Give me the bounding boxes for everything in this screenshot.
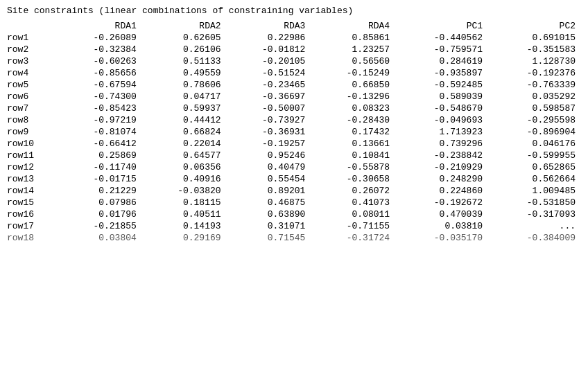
table-row: row160.017960.405110.638900.080110.47003… xyxy=(7,208,581,220)
cell-pc1: -0.238842 xyxy=(395,150,488,161)
cell-rda3: 0.31071 xyxy=(227,220,311,232)
cell-rda1: 0.03804 xyxy=(58,232,142,244)
cell-label: row13 xyxy=(7,173,58,185)
cell-pc2: 0.035292 xyxy=(488,91,581,103)
cell-pc2: -0.192376 xyxy=(488,67,581,79)
cell-rda1: -0.66412 xyxy=(58,138,142,150)
cell-rda2: 0.40916 xyxy=(142,173,227,185)
col-header-pc1: PC1 xyxy=(395,20,488,32)
cell-rda3: 0.71545 xyxy=(227,232,311,244)
cell-rda2: 0.44412 xyxy=(142,114,227,126)
table-row: row110.258690.645770.952460.10841-0.2388… xyxy=(7,150,581,161)
cell-rda4: 0.56560 xyxy=(311,55,395,67)
cell-rda2: -0.03820 xyxy=(142,185,227,197)
cell-label: row2 xyxy=(7,44,58,55)
cell-pc2: -0.317093 xyxy=(488,208,581,220)
cell-rda4: 0.26072 xyxy=(311,185,395,197)
table-row: row10-0.664120.22014-0.192570.136610.739… xyxy=(7,138,581,150)
cell-label: row15 xyxy=(7,197,58,208)
cell-pc2: ... xyxy=(488,220,581,232)
col-header-label xyxy=(7,20,58,32)
cell-rda1: -0.11740 xyxy=(58,161,142,173)
cell-rda3: 0.46875 xyxy=(227,197,311,208)
cell-label: row11 xyxy=(7,150,58,161)
cell-rda1: -0.21855 xyxy=(58,220,142,232)
cell-label: row17 xyxy=(7,220,58,232)
cell-label: row8 xyxy=(7,114,58,126)
cell-rda3: -0.01812 xyxy=(227,44,311,55)
cell-label: row14 xyxy=(7,185,58,197)
cell-rda3: -0.19257 xyxy=(227,138,311,150)
cell-rda3: -0.23465 xyxy=(227,79,311,91)
cell-pc2: 0.562664 xyxy=(488,173,581,185)
cell-rda2: 0.78606 xyxy=(142,79,227,91)
cell-rda4: -0.28430 xyxy=(311,114,395,126)
cell-rda3: 0.40479 xyxy=(227,161,311,173)
cell-rda4: -0.15249 xyxy=(311,67,395,79)
cell-label: row1 xyxy=(7,32,58,44)
cell-rda1: -0.32384 xyxy=(58,44,142,55)
cell-rda2: 0.06356 xyxy=(142,161,227,173)
cell-rda2: 0.18115 xyxy=(142,197,227,208)
cell-rda3: 0.22986 xyxy=(227,32,311,44)
cell-pc1: 0.248290 xyxy=(395,173,488,185)
cell-rda1: -0.85423 xyxy=(58,103,142,114)
cell-rda1: -0.67594 xyxy=(58,79,142,91)
cell-rda1: -0.26089 xyxy=(58,32,142,44)
cell-pc1: -0.192672 xyxy=(395,197,488,208)
table-row: row3-0.602630.51133-0.201050.565600.2846… xyxy=(7,55,581,67)
cell-rda3: 0.63890 xyxy=(227,208,311,220)
cell-rda4: -0.13296 xyxy=(311,91,395,103)
cell-rda2: 0.14193 xyxy=(142,220,227,232)
cell-rda1: -0.81074 xyxy=(58,126,142,138)
cell-rda2: 0.64577 xyxy=(142,150,227,161)
cell-rda4: -0.71155 xyxy=(311,220,395,232)
table-row: row140.21229-0.038200.892010.260720.2248… xyxy=(7,185,581,197)
cell-pc1: 0.739296 xyxy=(395,138,488,150)
cell-label: row12 xyxy=(7,161,58,173)
table-row: row17-0.218550.141930.31071-0.711550.038… xyxy=(7,220,581,232)
cell-label: row3 xyxy=(7,55,58,67)
cell-rda3: -0.20105 xyxy=(227,55,311,67)
cell-label: row4 xyxy=(7,67,58,79)
table-row: row150.079860.181150.468750.41073-0.1926… xyxy=(7,197,581,208)
cell-rda4: -0.31724 xyxy=(311,232,395,244)
table-row: row6-0.743000.04717-0.36697-0.132960.589… xyxy=(7,91,581,103)
cell-rda2: 0.40511 xyxy=(142,208,227,220)
cell-rda1: 0.01796 xyxy=(58,208,142,220)
cell-rda1: 0.07986 xyxy=(58,197,142,208)
cell-pc1: -0.592485 xyxy=(395,79,488,91)
cell-rda2: 0.26106 xyxy=(142,44,227,55)
cell-label: row9 xyxy=(7,126,58,138)
cell-rda3: 0.89201 xyxy=(227,185,311,197)
cell-rda3: 0.55454 xyxy=(227,173,311,185)
cell-rda2: 0.66824 xyxy=(142,126,227,138)
col-header-rda2: RDA2 xyxy=(142,20,227,32)
cell-pc1: -0.035170 xyxy=(395,232,488,244)
cell-pc2: -0.384009 xyxy=(488,232,581,244)
cell-rda4: 0.08011 xyxy=(311,208,395,220)
table-row: row13-0.017150.409160.55454-0.306580.248… xyxy=(7,173,581,185)
cell-rda1: -0.01715 xyxy=(58,173,142,185)
cell-rda4: 0.08323 xyxy=(311,103,395,114)
col-header-rda4: RDA4 xyxy=(311,20,395,32)
table-row: row12-0.117400.063560.40479-0.55878-0.21… xyxy=(7,161,581,173)
cell-rda1: 0.25869 xyxy=(58,150,142,161)
table-row: row7-0.854230.59937-0.500070.08323-0.548… xyxy=(7,103,581,114)
cell-rda4: 0.66850 xyxy=(311,79,395,91)
cell-pc2: 1.009485 xyxy=(488,185,581,197)
table-row: row9-0.810740.66824-0.369310.174321.7139… xyxy=(7,126,581,138)
cell-rda2: 0.49559 xyxy=(142,67,227,79)
col-header-rda3: RDA3 xyxy=(227,20,311,32)
table-body: row1-0.260890.626050.229860.85861-0.4405… xyxy=(7,32,581,244)
cell-pc1: 0.224860 xyxy=(395,185,488,197)
table-row: row4-0.856560.49559-0.51524-0.15249-0.93… xyxy=(7,67,581,79)
cell-label: row5 xyxy=(7,79,58,91)
cell-label: row18 xyxy=(7,232,58,244)
cell-pc2: 0.652865 xyxy=(488,161,581,173)
cell-rda2: 0.29169 xyxy=(142,232,227,244)
cell-rda2: 0.59937 xyxy=(142,103,227,114)
cell-rda4: 1.23257 xyxy=(311,44,395,55)
cell-rda3: -0.36931 xyxy=(227,126,311,138)
cell-rda3: 0.95246 xyxy=(227,150,311,161)
